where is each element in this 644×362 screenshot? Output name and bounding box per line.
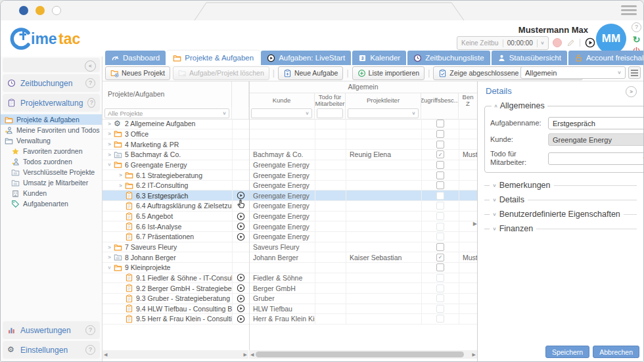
details-collapse-icon[interactable]: > [626,86,637,97]
table-row[interactable]: >3 Office [103,129,477,140]
todo-mitarbeiter-select[interactable]: > [548,152,644,165]
zugriff-checkbox[interactable]: ✓ [436,150,444,158]
table-row[interactable]: >6.2 IT-ConsultingGreengate Energy [103,181,477,191]
column-header-zugriffsbesc-[interactable]: Zugriffsbesc... [421,93,459,107]
table-row[interactable]: >6.1 StrategieberatungGreengate Energy [103,170,477,181]
table-row[interactable]: 9.3 Gruber - StrategieberatungGruber [103,294,477,304]
sidebar-item-verschl-sselte-projekte[interactable]: Verschlüsselte Projekte [1,167,102,177]
time-tracker-control[interactable]: Keine Zeitbuchung ... 00:00:00 > [457,36,549,50]
cancel-button[interactable]: Abbrechen [593,346,639,358]
neues-projekt-button[interactable]: Neues Projekt [105,66,170,80]
todo-filter-input[interactable] [317,108,343,118]
row-play-icon[interactable] [237,315,245,323]
sidebar-item-kunden[interactable]: Kunden [1,188,102,198]
zugriff-checkbox[interactable] [436,120,444,127]
tree-chevron-icon[interactable]: > [106,141,113,147]
row-play-icon[interactable] [237,304,245,313]
row-play-icon[interactable] [237,273,245,282]
sidebar-section-auswertungen[interactable]: Auswertungen? [3,321,100,339]
tab-aufgaben-livestart[interactable]: Aufgaben: LiveStart [261,51,351,65]
table-row[interactable]: 9.4 HLW Tiefbau - Consulting Business Pl… [103,304,477,315]
help-icon[interactable]: ? [85,325,95,335]
help-icon[interactable]: ? [85,78,95,88]
chevron-down-icon[interactable]: > [540,41,545,45]
tree-chevron-icon[interactable]: > [106,121,113,127]
aufgabenname-input[interactable] [548,117,644,129]
sidebar-section-zeitbuchungen[interactable]: Zeitbuchungen? [3,74,100,92]
projektleiter-filter-select[interactable]: > [348,108,419,118]
zugriff-checkbox[interactable] [436,243,444,251]
table-row[interactable]: 6.4 Auftragsklärung & ZielsetzungGreenga… [103,201,477,212]
table-row[interactable]: 6.5 AngebotGreengate Energy [103,212,477,222]
save-button[interactable]: Speichern [545,346,589,358]
details-section-bemerkungen[interactable]: >Bemerkungen [484,178,637,192]
tree-hscrollbar[interactable]: ◀▶ [103,350,248,359]
zugriff-checkbox[interactable] [436,181,444,189]
column-header-projektleiter[interactable]: Projektleiter [346,93,421,107]
tab-dashboard[interactable]: Dashboard [105,51,166,65]
tab-account-freischalten[interactable]: Account freischalten [568,51,644,65]
sidebar-collapse-icon[interactable]: > [85,60,96,72]
column-header-ben-z[interactable]: Ben Z [459,93,477,107]
tab-status-bersicht[interactable]: Statusübersicht [492,51,567,65]
view-select[interactable]: Allgemein > [520,66,626,79]
grid-pane-divider[interactable] [249,81,250,350]
sidebar-item-meine-favoriten-und-todos[interactable]: Meine Favoriten und Todos [1,125,102,135]
zugriff-checkbox[interactable] [436,171,444,179]
tree-chevron-icon[interactable]: > [106,152,113,158]
table-row[interactable]: 6.7 PräsentationenGreengate Energy [103,232,477,242]
column-header-todo-f-r-mitarbeiter[interactable]: Todo für Mitarbeiter [315,93,346,107]
sidebar-item-umsatz-je-mitarbeiter[interactable]: Umsatz je Mitarbeiter [1,177,102,188]
zugriff-checkbox[interactable] [436,130,444,138]
tab-kalender[interactable]: 3Kalender [352,51,406,65]
table-row[interactable]: >4 Marketing & PR [103,139,477,150]
refresh-icon[interactable]: ↻ [633,35,641,44]
edit-pencil-icon[interactable] [566,39,575,47]
details-section-details[interactable]: >Details [484,192,637,207]
tree-filter-select[interactable]: Alle Projekte> [104,108,229,118]
sidebar-item-aufgabenarten[interactable]: Aufgabenarten [1,198,102,209]
details-section-benutzerdefinierte-eigenschaften[interactable]: >Benutzerdefinierte Eigenschaften [484,207,637,221]
table-row[interactable]: >7 Saveurs FleurySaveurs Fleury [103,242,477,253]
table-row[interactable]: >9 Kleinprojekte [103,263,477,273]
table-row[interactable]: >6 Greengate EnergyGreengate Energy [103,160,477,171]
zugriff-checkbox[interactable] [436,141,444,148]
tree-chevron-icon[interactable]: > [117,183,124,189]
hscrollbar-thumb[interactable] [256,351,464,357]
zugriff-checkbox[interactable]: ✓ [436,254,444,261]
tree-chevron-icon[interactable]: > [106,131,113,137]
tree-chevron-icon[interactable]: > [106,254,113,260]
table-row[interactable]: >5 Bachmayr & Co.Bachmayr & Co.Reunig El… [103,150,477,160]
tree-chevron-icon[interactable]: > [106,244,113,250]
table-row[interactable]: 9.5 Herr & Frau Klein - Consulting Busin… [103,314,477,325]
help-icon[interactable]: ? [632,22,641,32]
row-play-icon[interactable] [237,222,245,231]
data-hscrollbar[interactable]: ◀▶ [249,350,477,359]
sidebar-item-favoriten-zuordnen[interactable]: Favoriten zuordnen [1,146,102,156]
table-row[interactable]: >⚙2 Allgemeine Aufgaben [103,119,477,129]
row-play-icon[interactable] [237,212,245,221]
zugriff-checkbox[interactable] [436,161,444,169]
row-play-icon[interactable] [237,233,245,241]
tree-column-header[interactable]: Projekte/Aufgaben [103,81,232,107]
tree-chevron-icon[interactable]: > [106,264,112,271]
details-section-finanzen[interactable]: >Finanzen [484,221,637,236]
tab-projekte-aufgaben[interactable]: Projekte & Aufgaben [167,51,260,65]
row-play-icon[interactable] [237,191,245,200]
browser-menu-icon[interactable] [621,5,637,16]
table-row[interactable]: 6.3 ErstgesprächGreengate Energy [103,191,477,201]
allgemeines-legend[interactable]: >Allgemeines [492,101,547,110]
sidebar-item-todos-zuordnen[interactable]: Todos zuordnen [1,156,102,167]
tab-zeitbuchungsliste[interactable]: Zeitbuchungsliste [407,51,490,65]
sidebar-item-verwaltung[interactable]: Verwaltung [1,135,102,146]
zugriff-checkbox[interactable] [436,263,444,271]
table-row[interactable]: >8 Johann BergerJohann BergerKaiser Seba… [103,252,477,263]
avatar[interactable]: MM [596,24,626,54]
table-row[interactable]: 9.2 Berger GmbH - StrategieberatungBerge… [103,283,477,294]
record-icon[interactable] [553,38,562,47]
sidebar-section-einstellungen[interactable]: ⚙Einstellungen? [3,341,100,359]
tree-chevron-icon[interactable]: > [106,161,112,168]
sidebar-section-projektverwaltung[interactable]: Projektverwaltung? [3,94,100,112]
column-header-kunde[interactable]: Kunde [249,93,315,107]
sidebar-item-projekte-aufgaben[interactable]: Projekte & Aufgaben [1,114,102,125]
